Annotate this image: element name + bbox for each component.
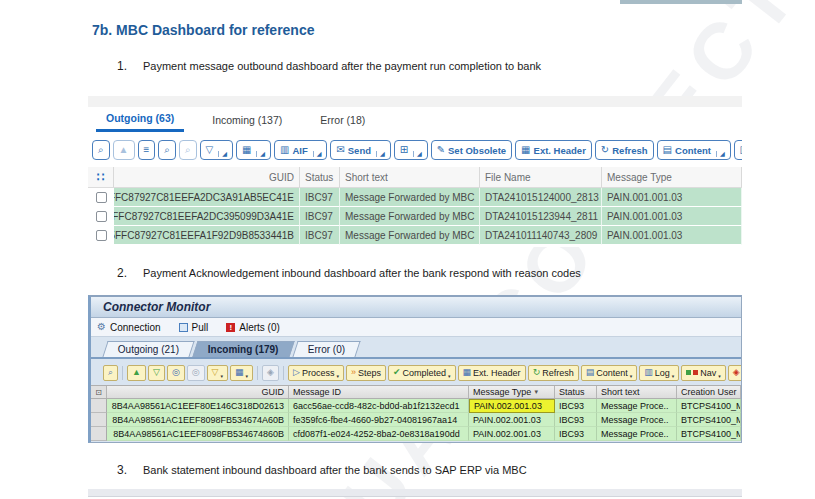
tab-incoming[interactable]: Incoming (137) xyxy=(202,107,292,132)
col-file-name[interactable]: File Name xyxy=(480,167,602,187)
aif-button[interactable]: ▥AIF◢ xyxy=(274,140,327,160)
corner-select-icon[interactable]: ⊡ xyxy=(91,386,107,398)
table-row[interactable]: 8B4AA98561AC1EEF8098FB534674A60B fe359fc… xyxy=(91,413,741,427)
content-button[interactable]: ▤Content◢ xyxy=(657,140,731,160)
short-text-cell: Message Proce.. xyxy=(597,413,677,427)
col-label: Message Type xyxy=(473,387,531,397)
short-text-cell: Message Forwarded by MBC xyxy=(340,188,480,207)
list-text: Payment Acknowledgement inbound dashboar… xyxy=(143,267,581,279)
col-creation-user[interactable]: Creation User xyxy=(677,386,741,398)
row-selector[interactable] xyxy=(91,399,107,413)
tab-error[interactable]: Error (0) xyxy=(292,341,360,357)
zoom-button[interactable]: ⌕ xyxy=(92,140,110,160)
col-guid[interactable]: GUID xyxy=(114,167,300,187)
col-message-type[interactable]: Message Type xyxy=(602,167,742,187)
set-obsolete-button[interactable]: ✎Set Obsolete xyxy=(431,140,512,160)
log-button[interactable]: ▥Log◢ xyxy=(734,140,742,160)
sort-desc-button[interactable]: ▽ xyxy=(148,365,165,381)
col-short-text[interactable]: Short text xyxy=(340,167,480,187)
table-row[interactable]: 8B4AA98561AC1EEF8098FB534674860B cfd087f… xyxy=(91,427,741,441)
find-next-button[interactable]: ◎ xyxy=(187,365,205,381)
row-selector[interactable] xyxy=(91,427,107,441)
connection-menu-item[interactable]: ⚙Connection xyxy=(97,322,161,333)
log-button[interactable]: ▥Log▾ xyxy=(639,365,679,381)
steps-button[interactable]: »Steps xyxy=(346,365,386,381)
send-label: Send xyxy=(348,145,371,156)
process-icon: ▷ xyxy=(293,368,300,377)
alerts-label: Alerts (0) xyxy=(239,322,280,333)
copy-button[interactable]: ⊞◢ xyxy=(394,140,428,160)
col-guid[interactable]: GUID xyxy=(107,386,289,398)
nav-icon xyxy=(693,370,698,375)
funnel-icon: ▽ xyxy=(153,368,160,377)
col-message-id[interactable]: Message ID xyxy=(289,386,469,398)
search-next-button[interactable]: ⌕ xyxy=(179,140,197,160)
col-short-text[interactable]: Short text xyxy=(597,386,677,398)
process-button[interactable]: ▷Process▾ xyxy=(288,365,344,381)
message-type-cell-highlighted[interactable]: PAIN.002.001.03 xyxy=(469,399,555,413)
row-selector[interactable] xyxy=(91,413,107,427)
refresh-button[interactable]: ↻Refresh xyxy=(528,365,579,381)
layout-button[interactable]: ▦▾ xyxy=(230,365,253,381)
grid-icon: ▦ xyxy=(235,368,244,377)
find-button[interactable]: ◎ xyxy=(167,365,185,381)
filter-button[interactable]: ▽◢ xyxy=(200,140,233,160)
tab-error[interactable]: Error (18) xyxy=(310,107,375,132)
zoom-button[interactable]: ⌕ xyxy=(103,365,118,381)
filter-rows-button[interactable]: ≡ xyxy=(138,140,156,160)
ext-header-button[interactable]: ▦Ext. Header xyxy=(515,140,592,160)
tab-label: Error (0) xyxy=(308,344,345,355)
completed-button[interactable]: ✔Completed▾ xyxy=(388,365,456,381)
sort-asc-button[interactable]: ▲ xyxy=(127,365,146,381)
dropdown-icon: ▾ xyxy=(336,373,339,379)
search-button[interactable]: ⌕ xyxy=(158,140,176,160)
refresh-button[interactable]: ↻Refresh xyxy=(595,140,654,160)
tab-label: Outgoing (21) xyxy=(118,344,179,355)
tab-incoming[interactable]: Incoming (179) xyxy=(193,341,295,357)
col-message-type[interactable]: Message Type▾ xyxy=(469,386,555,398)
table-row[interactable]: 35FFC87927C81EEFA2DC3A91AB5EC41E IBC97 M… xyxy=(88,188,742,207)
tab-outgoing[interactable]: Outgoing (21) xyxy=(102,341,194,357)
row-checkbox[interactable] xyxy=(96,211,107,222)
row-checkbox[interactable] xyxy=(96,230,107,241)
dropdown-icon: ◢ xyxy=(413,151,422,157)
table-row[interactable]: 35FFC87927C81EEFA2DC395099D3A41E IBC97 M… xyxy=(88,207,742,226)
sort-button[interactable]: ▲ xyxy=(113,140,135,160)
content-label: Content xyxy=(596,368,628,378)
completed-label: Completed xyxy=(403,368,447,378)
layout-button[interactable]: ▦◢ xyxy=(236,140,271,160)
steps-icon: » xyxy=(351,368,356,377)
list-item-3: 3. Bank statement inbound dashboard afte… xyxy=(117,463,527,477)
pull-menu-item[interactable]: Pull xyxy=(179,322,209,333)
guid-cell: 8B4AA98561AC1EEF80E146C318D02613 xyxy=(107,399,289,413)
creation-user-cell: BTCPS4100_M xyxy=(677,427,741,441)
related-button[interactable]: ◈Rela xyxy=(728,365,741,381)
dropdown-icon: ▾ xyxy=(718,373,721,379)
filter-lines-icon: ≡ xyxy=(144,145,150,155)
cropped-next-screenshot-edge xyxy=(88,489,742,497)
section-heading: 7b. MBC Dashboard for reference xyxy=(92,22,315,38)
tab-outgoing[interactable]: Outgoing (63) xyxy=(96,107,184,132)
misc-button[interactable]: ◈ xyxy=(262,365,279,381)
funnel-icon: ▽ xyxy=(212,368,219,377)
status-cell: IBC97 xyxy=(300,226,340,245)
col-status[interactable]: Status xyxy=(300,167,340,187)
content-button[interactable]: ▤Content▾ xyxy=(581,365,638,381)
col-status[interactable]: Status xyxy=(555,386,597,398)
alerts-menu-item[interactable]: !Alerts (0) xyxy=(226,322,280,333)
outbound-tab-bar: Outgoing (63) Incoming (137) Error (18) xyxy=(88,107,742,132)
ext-header-button[interactable]: ▦Ext. Header xyxy=(458,365,526,381)
send-button[interactable]: ✉Send◢ xyxy=(330,140,390,160)
log-icon: ▥ xyxy=(740,145,742,155)
content-label: Content xyxy=(675,145,711,156)
nav-button[interactable]: Nav▾ xyxy=(681,365,726,381)
table-row[interactable]: 35FFC87927C81EEFA1F92D9B8533441B IBC97 M… xyxy=(88,226,742,245)
row-checkbox[interactable] xyxy=(96,192,107,203)
table-row[interactable]: 8B4AA98561AC1EEF80E146C318D02613 6acc56a… xyxy=(91,399,741,413)
filter-button[interactable]: ▽▾ xyxy=(207,365,228,381)
list-number: 1. xyxy=(117,59,143,73)
select-all-icon[interactable]: ∷ xyxy=(88,167,114,187)
status-cell: IBC93 xyxy=(555,427,597,441)
status-cell: IBC93 xyxy=(555,399,597,413)
sort-marker-icon: ▾ xyxy=(534,388,538,396)
